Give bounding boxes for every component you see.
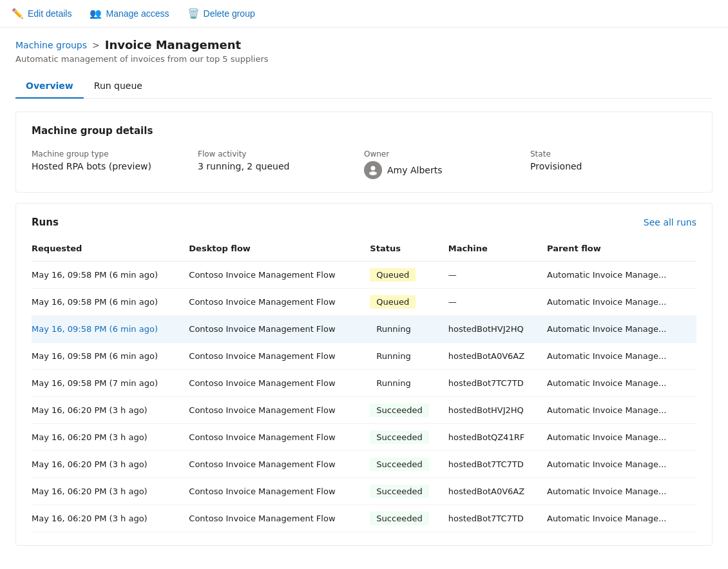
delete-group-button[interactable]: 🗑️ Delete group	[186, 5, 256, 22]
machine-value: —	[448, 270, 457, 280]
status-badge: Queued	[370, 295, 416, 309]
col-parent-flow: Parent flow	[547, 238, 696, 262]
cell-machine: hostedBotA0V6AZ	[448, 478, 547, 505]
desktop-flow-value: Contoso Invoice Management Flow	[189, 459, 335, 469]
desktop-flow-value: Contoso Invoice Management Flow	[189, 324, 335, 334]
parent-flow-value: Automatic Invoice Manage...	[547, 432, 666, 442]
detail-label-flow-activity: Flow activity	[198, 149, 364, 159]
breadcrumb-parent[interactable]: Machine groups	[15, 40, 87, 50]
detail-owner: Owner Amy Alberts	[364, 149, 530, 179]
status-badge: Queued	[370, 268, 416, 282]
col-desktop-flow: Desktop flow	[189, 238, 370, 262]
detail-label-machine-group-type: Machine group type	[32, 149, 198, 159]
desktop-flow-value: Contoso Invoice Management Flow	[189, 405, 335, 415]
table-row[interactable]: May 16, 06:20 PM (3 h ago) Contoso Invoi…	[32, 451, 696, 478]
cell-desktop-flow: Contoso Invoice Management Flow	[189, 397, 370, 424]
table-row[interactable]: May 16, 06:20 PM (3 h ago) Contoso Invoi…	[32, 424, 696, 451]
table-row[interactable]: May 16, 06:20 PM (3 h ago) Contoso Invoi…	[32, 478, 696, 505]
cell-machine: hostedBotHVJ2HQ	[448, 316, 547, 343]
parent-flow-value: Automatic Invoice Manage...	[547, 378, 666, 388]
col-status: Status	[370, 238, 448, 262]
parent-flow-value: Automatic Invoice Manage...	[547, 324, 666, 334]
status-badge: Succeeded	[370, 403, 428, 417]
cell-parent-flow: Automatic Invoice Manage...	[547, 478, 696, 505]
page-subtitle: Automatic management of invoices from ou…	[15, 54, 713, 64]
cell-requested: May 16, 09:58 PM (6 min ago)	[32, 262, 189, 289]
cell-parent-flow: Automatic Invoice Manage...	[547, 289, 696, 316]
cell-machine: —	[448, 289, 547, 316]
svg-point-0	[371, 166, 376, 171]
tab-overview[interactable]: Overview	[15, 74, 84, 99]
table-row[interactable]: May 16, 09:58 PM (7 min ago) Contoso Inv…	[32, 370, 696, 397]
detail-label-state: State	[530, 149, 696, 159]
cell-status: Queued	[370, 289, 448, 316]
machine-value: hostedBot7TC7TD	[448, 514, 524, 523]
cell-requested: May 16, 06:20 PM (3 h ago)	[32, 505, 189, 532]
requested-value: May 16, 09:58 PM (6 min ago)	[32, 351, 158, 361]
delete-group-label: Delete group	[204, 8, 255, 19]
machine-value: hostedBotHVJ2HQ	[448, 405, 524, 415]
status-badge: Running	[370, 349, 417, 363]
table-row[interactable]: May 16, 09:58 PM (6 min ago) Contoso Inv…	[32, 289, 696, 316]
detail-value-machine-group-type: Hosted RPA bots (preview)	[32, 161, 198, 171]
breadcrumb: Machine groups > Invoice Management	[15, 38, 713, 52]
machine-value: hostedBot7TC7TD	[448, 459, 524, 469]
runs-table-body: May 16, 09:58 PM (6 min ago) Contoso Inv…	[32, 262, 696, 532]
cell-status: Succeeded	[370, 478, 448, 505]
status-badge: Running	[370, 376, 417, 390]
runs-table: Requested Desktop flow Status Machine Pa…	[32, 238, 696, 532]
table-row[interactable]: May 16, 06:20 PM (3 h ago) Contoso Invoi…	[32, 397, 696, 424]
table-header-row: Requested Desktop flow Status Machine Pa…	[32, 238, 696, 262]
machine-value: hostedBotQZ41RF	[448, 432, 524, 442]
requested-value: May 16, 06:20 PM (3 h ago)	[32, 432, 148, 442]
cell-requested: May 16, 09:58 PM (6 min ago)	[32, 289, 189, 316]
parent-flow-value: Automatic Invoice Manage...	[547, 487, 666, 496]
status-badge: Succeeded	[370, 512, 428, 525]
desktop-flow-value: Contoso Invoice Management Flow	[189, 351, 335, 361]
cell-status: Running	[370, 316, 448, 343]
col-machine: Machine	[448, 238, 547, 262]
cell-machine: —	[448, 262, 547, 289]
cell-parent-flow: Automatic Invoice Manage...	[547, 370, 696, 397]
detail-flow-activity: Flow activity 3 running, 2 queued	[198, 149, 364, 179]
svg-point-1	[369, 171, 377, 175]
cell-status: Succeeded	[370, 451, 448, 478]
machine-value: —	[448, 297, 457, 307]
cell-machine: hostedBotHVJ2HQ	[448, 397, 547, 424]
tab-run-queue[interactable]: Run queue	[84, 74, 153, 99]
cell-requested[interactable]: May 16, 09:58 PM (6 min ago)	[32, 316, 189, 343]
table-row[interactable]: May 16, 09:58 PM (6 min ago) Contoso Inv…	[32, 316, 696, 343]
table-row[interactable]: May 16, 09:58 PM (6 min ago) Contoso Inv…	[32, 262, 696, 289]
cell-desktop-flow: Contoso Invoice Management Flow	[189, 424, 370, 451]
manage-access-button[interactable]: 👥 Manage access	[88, 5, 170, 22]
cell-desktop-flow: Contoso Invoice Management Flow	[189, 316, 370, 343]
parent-flow-value: Automatic Invoice Manage...	[547, 514, 666, 523]
requested-value: May 16, 06:20 PM (3 h ago)	[32, 514, 148, 523]
cell-machine: hostedBot7TC7TD	[448, 370, 547, 397]
requested-value[interactable]: May 16, 09:58 PM (6 min ago)	[32, 324, 158, 334]
cell-status: Running	[370, 370, 448, 397]
edit-details-button[interactable]: ✏️ Edit details	[10, 5, 73, 22]
details-grid: Machine group type Hosted RPA bots (prev…	[32, 149, 696, 179]
desktop-flow-value: Contoso Invoice Management Flow	[189, 514, 335, 523]
detail-machine-group-type: Machine group type Hosted RPA bots (prev…	[32, 149, 198, 179]
detail-value-owner: Amy Alberts	[387, 165, 442, 175]
runs-title: Runs	[32, 217, 59, 228]
desktop-flow-value: Contoso Invoice Management Flow	[189, 487, 335, 496]
cell-desktop-flow: Contoso Invoice Management Flow	[189, 262, 370, 289]
runs-header: Runs See all runs	[32, 217, 696, 228]
machine-value: hostedBotHVJ2HQ	[448, 324, 524, 334]
requested-value: May 16, 09:58 PM (7 min ago)	[32, 378, 158, 388]
cell-parent-flow: Automatic Invoice Manage...	[547, 424, 696, 451]
page-header: Machine groups > Invoice Management Auto…	[0, 28, 728, 99]
table-row[interactable]: May 16, 09:58 PM (6 min ago) Contoso Inv…	[32, 343, 696, 370]
details-card-title: Machine group details	[32, 125, 696, 137]
requested-value: May 16, 09:58 PM (6 min ago)	[32, 270, 158, 280]
cell-desktop-flow: Contoso Invoice Management Flow	[189, 343, 370, 370]
cell-desktop-flow: Contoso Invoice Management Flow	[189, 370, 370, 397]
cell-parent-flow: Automatic Invoice Manage...	[547, 316, 696, 343]
cell-parent-flow: Automatic Invoice Manage...	[547, 343, 696, 370]
table-row[interactable]: May 16, 06:20 PM (3 h ago) Contoso Invoi…	[32, 505, 696, 532]
see-all-runs-link[interactable]: See all runs	[644, 217, 696, 227]
manage-icon: 👥	[90, 8, 102, 19]
